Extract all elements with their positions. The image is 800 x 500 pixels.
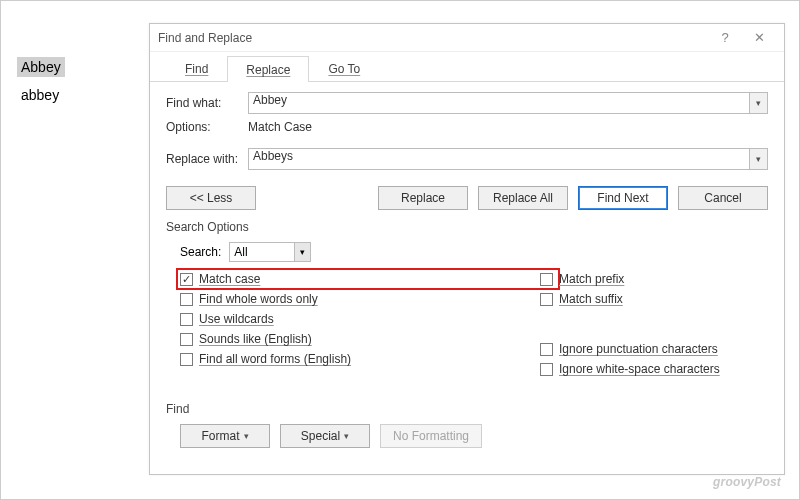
checkbox-icon xyxy=(540,293,553,306)
cancel-button[interactable]: Cancel xyxy=(678,186,768,210)
replace-button[interactable]: Replace xyxy=(378,186,468,210)
tab-goto[interactable]: Go To xyxy=(309,55,379,81)
dialog-title: Find and Replace xyxy=(158,31,708,45)
replace-with-input[interactable]: Abbeys xyxy=(248,148,750,170)
search-direction-select[interactable]: All xyxy=(229,242,295,262)
whole-words-checkbox[interactable]: Find whole words only xyxy=(180,292,540,306)
find-what-dropdown[interactable]: ▾ xyxy=(750,92,768,114)
find-what-input[interactable]: Abbey xyxy=(248,92,750,114)
find-replace-dialog: Find and Replace ? ✕ Find Replace Go To … xyxy=(149,23,785,475)
tab-find[interactable]: Find xyxy=(166,55,227,81)
checkbox-icon xyxy=(180,313,193,326)
less-button[interactable]: << Less xyxy=(166,186,256,210)
match-prefix-checkbox[interactable]: Match prefix xyxy=(540,272,720,286)
checkbox-icon xyxy=(180,353,193,366)
replace-all-button[interactable]: Replace All xyxy=(478,186,568,210)
doc-word-selected: Abbey xyxy=(17,57,65,77)
find-next-button[interactable]: Find Next xyxy=(578,186,668,210)
match-suffix-checkbox[interactable]: Match suffix xyxy=(540,292,720,306)
match-case-highlight: ✓ Match case xyxy=(176,268,560,290)
match-case-checkbox[interactable]: ✓ Match case xyxy=(180,272,540,286)
doc-word: abbey xyxy=(17,85,63,105)
sounds-like-checkbox[interactable]: Sounds like (English) xyxy=(180,332,540,346)
checkbox-icon xyxy=(540,273,553,286)
options-label: Options: xyxy=(166,120,248,134)
checkbox-icon xyxy=(540,343,553,356)
ignore-punct-checkbox[interactable]: Ignore punctuation characters xyxy=(540,342,720,356)
titlebar: Find and Replace ? ✕ xyxy=(150,24,784,52)
word-forms-checkbox[interactable]: Find all word forms (English) xyxy=(180,352,540,366)
tab-strip: Find Replace Go To xyxy=(150,52,784,82)
help-button[interactable]: ? xyxy=(708,30,742,45)
no-formatting-button: No Formatting xyxy=(380,424,482,448)
options-value: Match Case xyxy=(248,120,312,134)
search-direction-dropdown[interactable]: ▾ xyxy=(295,242,311,262)
wildcards-checkbox[interactable]: Use wildcards xyxy=(180,312,540,326)
replace-with-label: Replace with: xyxy=(166,152,248,166)
special-button[interactable]: Special xyxy=(280,424,370,448)
document-area: Abbey abbey xyxy=(17,57,65,113)
checkbox-icon xyxy=(180,293,193,306)
checkbox-grid: ✓ Match case Find whole words only Use w… xyxy=(180,272,768,376)
checkbox-icon: ✓ xyxy=(180,273,193,286)
format-button[interactable]: Format xyxy=(180,424,270,448)
checkbox-icon xyxy=(180,333,193,346)
close-button[interactable]: ✕ xyxy=(742,30,776,45)
checkbox-icon xyxy=(540,363,553,376)
tab-replace[interactable]: Replace xyxy=(227,56,309,82)
search-options-label: Search Options xyxy=(166,220,768,234)
find-what-label: Find what: xyxy=(166,96,248,110)
find-section-label: Find xyxy=(166,402,768,416)
ignore-ws-checkbox[interactable]: Ignore white-space characters xyxy=(540,362,720,376)
watermark: groovyPost xyxy=(713,471,781,491)
dialog-body: Find what: Abbey ▾ Options: Match Case R… xyxy=(150,82,784,454)
replace-with-dropdown[interactable]: ▾ xyxy=(750,148,768,170)
search-label: Search: xyxy=(180,245,221,259)
